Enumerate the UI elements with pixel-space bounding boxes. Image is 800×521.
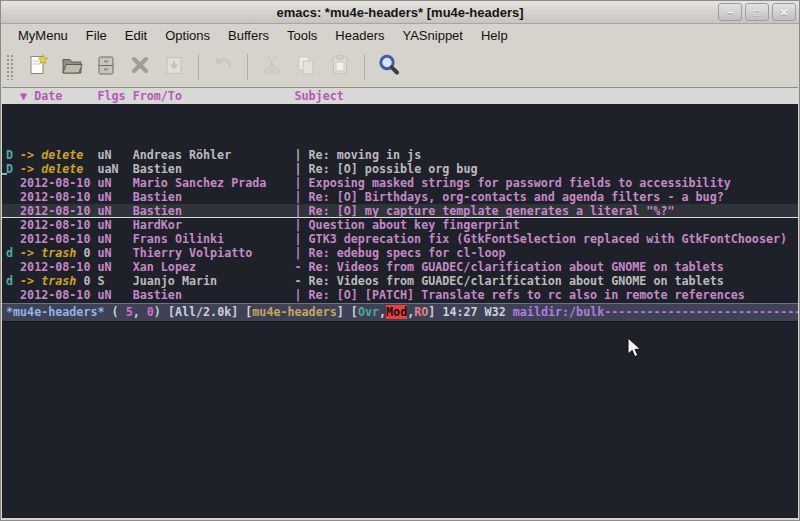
message-text: 2012-08-10 uN Bastien | Re: [O] Birthday… bbox=[6, 190, 724, 204]
cut-icon bbox=[260, 53, 284, 81]
emacs-window: emacs: *mu4e-headers* [mu4e-headers] –□✕… bbox=[0, 0, 800, 521]
save-cabinet-icon bbox=[94, 53, 118, 81]
frame-border: ▼ Date Flgs From/To Subject D -> delete … bbox=[1, 87, 799, 520]
modeline-segment-buf: *mu4e-headers* bbox=[6, 305, 105, 319]
open-folder-icon bbox=[60, 53, 84, 81]
paste-button bbox=[323, 51, 357, 83]
message-row[interactable]: d -> trash 0 S Juanjo Marin - Re: Videos… bbox=[2, 274, 798, 288]
message-row[interactable]: 2012-08-10 uN Xan Lopez - Re: Videos fro… bbox=[2, 260, 798, 274]
maximize-button[interactable]: □ bbox=[745, 3, 769, 21]
mark-action-label: -> delete bbox=[20, 148, 97, 162]
modeline: *mu4e-headers* ( 5, 0) [All/2.0k] [mu4e-… bbox=[2, 303, 798, 322]
window-title: emacs: *mu4e-headers* [mu4e-headers] bbox=[1, 5, 799, 20]
close-button[interactable] bbox=[123, 51, 157, 83]
close-button[interactable]: ✕ bbox=[772, 3, 796, 21]
open-folder-button[interactable] bbox=[55, 51, 89, 83]
menu-headers[interactable]: Headers bbox=[326, 25, 393, 46]
message-text: uN Andreas Röhler | Re: moving in js bbox=[97, 148, 421, 162]
message-row[interactable]: 2012-08-10 uN Mario Sanchez Prada | Expo… bbox=[2, 176, 798, 190]
modeline-segment-num: 5 bbox=[126, 305, 133, 319]
message-row[interactable]: D -> delete uN Andreas Röhler | Re: movi… bbox=[2, 148, 798, 162]
modeline-segment-ovr: Ovr bbox=[358, 305, 379, 319]
mark-action-label: -> trash bbox=[20, 246, 76, 260]
message-row[interactable]: 2012-08-10 uN Bastien | Re: [O] Birthday… bbox=[2, 190, 798, 204]
echo-area[interactable] bbox=[2, 322, 798, 519]
message-list: D -> delete uN Andreas Röhler | Re: movi… bbox=[2, 104, 798, 303]
message-text: 2012-08-10 uN Bastien | Re: [O] [PATCH] … bbox=[6, 288, 745, 302]
mark-action-label: -> trash bbox=[20, 274, 76, 288]
message-text: 2012-08-10 uaN Bastien | Re: [O] Add the… bbox=[6, 302, 682, 303]
fringe-cursor-mark bbox=[2, 173, 7, 175]
menu-mymenu[interactable]: MyMenu bbox=[9, 25, 77, 46]
menu-tools[interactable]: Tools bbox=[278, 25, 326, 46]
modeline-segment-dir: maildir:/bulk bbox=[513, 305, 604, 319]
modeline-segment-ro: RO bbox=[414, 305, 428, 319]
message-row[interactable]: 2012-08-10 uN HardKor | Question about k… bbox=[2, 218, 798, 232]
message-text: 2012-08-10 uN Bastien | Re: [O] my captu… bbox=[6, 204, 674, 218]
save-down-button bbox=[157, 51, 191, 83]
toolbar-separator bbox=[247, 54, 248, 80]
mark-char: D bbox=[6, 162, 20, 176]
message-text: uN Thierry Volpiatto | Re: edebug specs … bbox=[98, 246, 506, 260]
modeline-segment-plain: , bbox=[133, 305, 147, 319]
modeline-segment-plain: ( bbox=[105, 305, 126, 319]
window-buttons: –□✕ bbox=[718, 3, 796, 21]
modeline-segment-num: 0 bbox=[147, 305, 154, 319]
message-row[interactable]: 2012-08-10 uN Frans Oilinki | GTK3 depre… bbox=[2, 232, 798, 246]
message-text: 2012-08-10 uN Xan Lopez - Re: Videos fro… bbox=[6, 260, 724, 274]
paste-icon bbox=[328, 53, 352, 81]
toolbar-separator bbox=[198, 54, 199, 80]
mark-action-label: -> delete bbox=[20, 162, 97, 176]
copy-icon bbox=[294, 53, 318, 81]
new-file-icon bbox=[26, 53, 50, 81]
toolbar-separator bbox=[364, 54, 365, 80]
save-cabinet-button[interactable] bbox=[89, 51, 123, 83]
mark-char: D bbox=[6, 148, 20, 162]
buffer-area: ▼ Date Flgs From/To Subject D -> delete … bbox=[2, 87, 798, 518]
modeline-segment-plain: ] 14:27 W32 bbox=[428, 305, 512, 319]
modeline-segment-dash: ----------------------------------------… bbox=[604, 305, 798, 319]
menu-file[interactable]: File bbox=[77, 25, 116, 46]
message-row[interactable]: 2012-08-10 uN Bastien | Re: [O] [PATCH] … bbox=[2, 288, 798, 302]
modeline-segment-mode: mu4e-headers bbox=[252, 305, 336, 319]
modeline-segment-plain: ] [ bbox=[337, 305, 358, 319]
undo-icon bbox=[211, 53, 235, 81]
message-text: 2012-08-10 uN HardKor | Question about k… bbox=[6, 218, 520, 232]
toolbar bbox=[1, 47, 799, 87]
message-row[interactable]: 2012-08-10 uaN Bastien | Re: [O] Add the… bbox=[2, 302, 798, 303]
message-row[interactable]: D -> delete uaN Bastien | Re: [O] possib… bbox=[2, 162, 798, 176]
mark-extra: 0 bbox=[76, 274, 97, 288]
menu-options[interactable]: Options bbox=[156, 25, 219, 46]
undo-button bbox=[206, 51, 240, 83]
search-button[interactable] bbox=[372, 51, 406, 83]
cut-button bbox=[255, 51, 289, 83]
new-file-button[interactable] bbox=[21, 51, 55, 83]
close-icon bbox=[128, 53, 152, 81]
message-text: 2012-08-10 uN Mario Sanchez Prada | Expo… bbox=[6, 176, 731, 190]
modeline-segment-plain: ) [All/2.0k] [ bbox=[154, 305, 253, 319]
message-text: S Juanjo Marin - Re: Videos from GUADEC/… bbox=[98, 274, 724, 288]
mark-char: d bbox=[6, 274, 20, 288]
menubar: MyMenuFileEditOptionsBuffersToolsHeaders… bbox=[1, 24, 799, 47]
message-row[interactable]: d -> trash 0 uN Thierry Volpiatto | Re: … bbox=[2, 246, 798, 260]
minimize-button[interactable]: – bbox=[718, 3, 742, 21]
menu-buffers[interactable]: Buffers bbox=[219, 25, 278, 46]
modeline-segment-mod: Mod bbox=[386, 305, 407, 319]
message-text: uaN Bastien | Re: [O] possible org bug bbox=[97, 162, 477, 176]
headers-column-header[interactable]: ▼ Date Flgs From/To Subject bbox=[2, 88, 798, 104]
mark-char: d bbox=[6, 246, 20, 260]
menu-yasnippet[interactable]: YASnippet bbox=[393, 25, 471, 46]
message-text: 2012-08-10 uN Frans Oilinki | GTK3 depre… bbox=[6, 232, 787, 246]
mark-extra: 0 bbox=[76, 246, 97, 260]
save-down-icon bbox=[162, 53, 186, 81]
toolbar-grip-handle[interactable] bbox=[6, 54, 14, 80]
copy-button bbox=[289, 51, 323, 83]
menu-edit[interactable]: Edit bbox=[116, 25, 156, 46]
message-row[interactable]: 2012-08-10 uN Bastien | Re: [O] my captu… bbox=[2, 204, 798, 218]
titlebar[interactable]: emacs: *mu4e-headers* [mu4e-headers] –□✕ bbox=[1, 1, 799, 24]
menu-help[interactable]: Help bbox=[472, 25, 517, 46]
search-icon bbox=[376, 52, 402, 82]
